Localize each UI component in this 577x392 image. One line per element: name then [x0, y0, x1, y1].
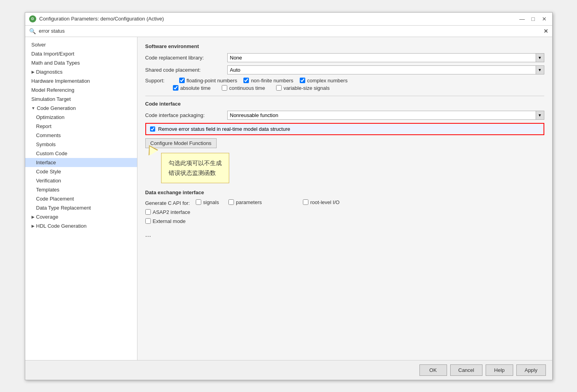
asap2-checkbox-item[interactable]: ASAP2 interface [145, 209, 544, 215]
search-input[interactable] [39, 28, 540, 34]
sidebar-item-custom-code[interactable]: Custom Code [25, 149, 137, 158]
sidebar-item-solver[interactable]: Solver [25, 40, 137, 49]
tooltip-text: 勾选此项可以不生成错误状态监测函数 [169, 158, 222, 178]
code-interface-title: Code interface [145, 101, 544, 107]
complex-label: complex numbers [307, 78, 348, 84]
variable-size-checkbox[interactable] [276, 85, 282, 91]
complex-checkbox-item[interactable]: complex numbers [300, 78, 348, 84]
sidebar-item-optimization[interactable]: Optimization [25, 113, 137, 122]
signals-label: signals [203, 199, 219, 205]
sidebar-item-model-referencing[interactable]: Model Referencing [25, 85, 137, 95]
sidebar-item-code-placement[interactable]: Code Placement [25, 194, 137, 203]
floating-point-checkbox-item[interactable]: floating-point numbers [179, 78, 237, 84]
sidebar-label-code-generation: Code Generation [37, 105, 76, 111]
sidebar-item-data-type-replacement[interactable]: Data Type Replacement [25, 203, 137, 212]
continuous-time-checkbox[interactable] [222, 85, 227, 91]
non-finite-checkbox-item[interactable]: non-finite numbers [243, 78, 293, 84]
sidebar-label-coverage: Coverage [36, 214, 58, 220]
non-finite-label: non-finite numbers [251, 78, 293, 84]
variable-size-label: variable-size signals [284, 85, 330, 91]
root-level-io-label: root-level I/O [310, 199, 340, 205]
sidebar-item-symbols[interactable]: Symbols [25, 140, 137, 149]
asap2-checkbox[interactable] [145, 209, 151, 215]
cancel-button[interactable]: Cancel [450, 364, 482, 376]
search-clear-icon[interactable]: ✕ [544, 28, 548, 34]
expand-icon: ▶ [32, 70, 35, 74]
sidebar-item-hardware-implementation[interactable]: Hardware Implementation [25, 76, 137, 85]
absolute-time-checkbox-item[interactable]: absolute time [173, 85, 211, 91]
close-button[interactable]: ✕ [540, 15, 548, 23]
shared-code-placement-label: Shared code placement: [145, 67, 224, 73]
code-replacement-library-select-wrapper: None ▼ [227, 53, 544, 62]
asap2-label: ASAP2 interface [153, 209, 190, 215]
apply-button[interactable]: Apply [516, 364, 546, 376]
complex-checkbox[interactable] [300, 78, 305, 83]
parameters-checkbox-item[interactable]: parameters [228, 199, 262, 205]
sidebar-item-templates[interactable]: Templates [25, 185, 137, 194]
floating-point-label: floating-point numbers [187, 78, 237, 84]
tooltip-callout: 勾选此项可以不生成错误状态监测函数 [161, 153, 229, 183]
external-mode-checkbox-item[interactable]: External mode [145, 218, 544, 224]
expand-icon-hdl: ▶ [32, 224, 35, 228]
main-content: Solver Data Import/Export Math and Data … [25, 37, 552, 360]
asap2-row: ASAP2 interface [145, 209, 544, 215]
continuous-time-label: continuous time [229, 85, 265, 91]
maximize-button[interactable]: □ [529, 15, 537, 23]
search-bar: 🔍 ✕ [25, 26, 552, 37]
root-level-io-checkbox-item[interactable]: root-level I/O [303, 199, 340, 205]
sidebar-item-verification[interactable]: Verification [25, 176, 137, 185]
variable-size-checkbox-item[interactable]: variable-size signals [276, 85, 330, 91]
sidebar-item-code-style[interactable]: Code Style [25, 167, 137, 176]
main-window: ⚙ Configuration Parameters: demo/Configu… [25, 12, 553, 380]
sidebar-label-hdl: HDL Code Generation [36, 223, 87, 229]
sidebar-item-diagnostics[interactable]: ▶ Diagnostics [25, 67, 137, 76]
title-bar: ⚙ Configuration Parameters: demo/Configu… [25, 13, 552, 26]
bottom-bar: OK Cancel Help Apply [25, 360, 552, 380]
code-replacement-library-row: Code replacement library: None ▼ [145, 53, 544, 62]
code-replacement-library-select[interactable]: None [227, 53, 544, 62]
floating-point-checkbox[interactable] [179, 78, 185, 83]
code-replacement-library-label: Code replacement library: [145, 55, 224, 61]
shared-code-placement-row: Shared code placement: Auto ▼ [145, 65, 544, 74]
code-interface-packaging-select[interactable]: Nonreusable function [227, 111, 544, 120]
window-controls: — □ ✕ [518, 15, 548, 23]
signals-checkbox[interactable] [196, 199, 201, 205]
sidebar-item-comments[interactable]: Comments [25, 131, 137, 140]
support-row-1: Support: floating-point numbers non-fini… [145, 78, 544, 84]
signals-checkbox-item[interactable]: signals [196, 199, 219, 205]
expand-icon-coverage: ▶ [32, 215, 35, 219]
configure-btn-wrapper: Configure Model Functions [145, 138, 544, 153]
sidebar-item-code-generation[interactable]: ▼ Code Generation [25, 104, 137, 113]
sidebar-item-coverage[interactable]: ▶ Coverage [25, 212, 137, 221]
expand-icon-code-gen: ▼ [32, 106, 35, 110]
absolute-time-checkbox[interactable] [173, 85, 178, 91]
remove-error-status-checkbox[interactable] [150, 126, 155, 132]
search-icon: 🔍 [29, 28, 36, 34]
sidebar-item-data-import-export[interactable]: Data Import/Export [25, 49, 137, 58]
generate-c-api-label: Generate C API for: [145, 199, 193, 206]
remove-error-status-row: Remove error status field in real-time m… [145, 123, 544, 135]
minimize-button[interactable]: — [518, 15, 526, 23]
content-area: Software environment Code replacement li… [137, 37, 552, 360]
sidebar-item-report[interactable]: Report [25, 122, 137, 131]
non-finite-checkbox[interactable] [243, 78, 249, 83]
generate-c-api-row: Generate C API for: signals parameters r… [145, 199, 544, 206]
external-mode-row: External mode [145, 218, 544, 224]
external-mode-checkbox[interactable] [145, 218, 151, 224]
continuous-time-checkbox-item[interactable]: continuous time [222, 85, 265, 91]
code-interface-packaging-select-wrapper: Nonreusable function ▼ [227, 111, 544, 120]
shared-code-placement-select[interactable]: Auto [227, 65, 544, 74]
sidebar-item-math-data-types[interactable]: Math and Data Types [25, 58, 137, 67]
data-exchange-title: Data exchange interface [145, 189, 544, 195]
ok-button[interactable]: OK [419, 364, 447, 376]
help-button[interactable]: Help [486, 364, 513, 376]
parameters-checkbox[interactable] [228, 199, 234, 205]
sidebar-item-hdl-code-generation[interactable]: ▶ HDL Code Generation [25, 221, 137, 230]
sidebar-item-simulation-target[interactable]: Simulation Target [25, 95, 137, 104]
separator-1 [145, 96, 544, 96]
sidebar-item-interface[interactable]: Interface [25, 158, 137, 167]
code-interface-packaging-label: Code interface packaging: [145, 112, 224, 118]
shared-code-placement-select-wrapper: Auto ▼ [227, 65, 544, 74]
title-bar-left: ⚙ Configuration Parameters: demo/Configu… [29, 15, 164, 22]
root-level-io-checkbox[interactable] [303, 199, 308, 205]
